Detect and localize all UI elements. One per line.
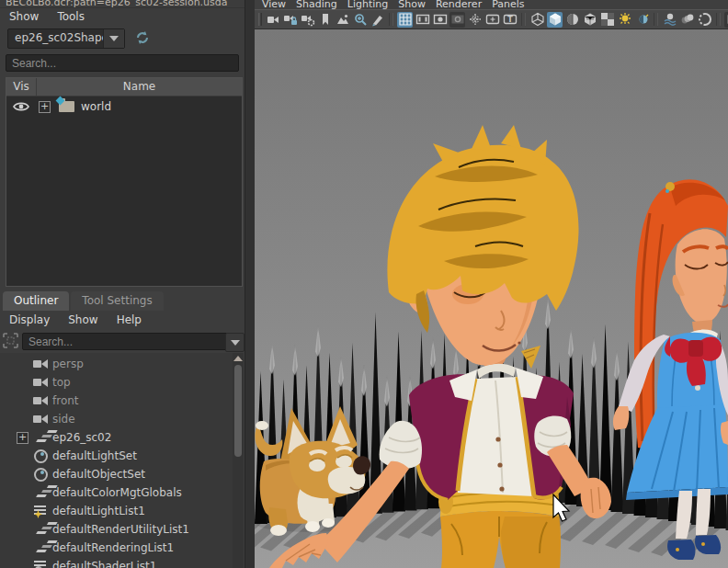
stage-selector-value: ep26_sc02Shape	[8, 29, 103, 48]
grip-handle[interactable]	[257, 12, 263, 28]
menu-view[interactable]: View	[262, 0, 296, 9]
motion-blur-icon[interactable]	[679, 12, 695, 28]
panel-overflow-icon[interactable]	[724, 12, 728, 28]
camera-icon	[33, 357, 48, 371]
pan-zoom-icon[interactable]	[352, 12, 368, 28]
outliner-item-defaultShaderList1[interactable]: defaultShaderList1	[0, 557, 233, 568]
use-default-material-icon[interactable]	[599, 12, 615, 28]
menu-shading[interactable]: Shading	[296, 0, 347, 9]
usd-search-input[interactable]	[6, 54, 239, 72]
stack-icon	[34, 540, 49, 555]
set-icon	[33, 467, 48, 482]
scroll-up-arrow-icon[interactable]	[233, 356, 243, 361]
tab-outliner[interactable]: Outliner	[3, 291, 69, 311]
svg-text:T: T	[507, 16, 513, 24]
set-icon	[33, 449, 48, 463]
camera-icon	[33, 393, 48, 408]
film-gate-icon[interactable]	[415, 12, 430, 28]
multisample-aa-icon[interactable]	[697, 12, 712, 28]
field-chart-icon[interactable]	[467, 12, 483, 28]
bookmark-icon[interactable]	[317, 12, 333, 28]
menu-panels[interactable]: Panels	[492, 0, 534, 9]
outliner-item-defaultLightSet[interactable]: defaultLightSet	[0, 447, 233, 465]
outliner-item-defaultRenderingList1[interactable]: defaultRenderingList1	[0, 539, 233, 557]
expand-toggle-icon[interactable]: +	[39, 101, 51, 113]
grid-icon[interactable]	[397, 12, 413, 28]
refresh-icon	[134, 29, 151, 46]
viewport-canvas[interactable]	[255, 29, 728, 568]
outliner-search-input[interactable]	[22, 333, 228, 350]
stage-selector-dropdown[interactable]: ep26_sc02Shape	[7, 28, 125, 49]
folder-icon	[59, 101, 74, 112]
usd-panel-title-bar: BECoLBo.dcr:path=ep26_sc02-session.usda	[0, 0, 248, 8]
wireframe-icon[interactable]	[529, 12, 545, 28]
outliner-item-label: defaultLightSet	[52, 449, 137, 462]
panel-tabs: Outliner Tool Settings	[3, 291, 164, 311]
tree-row-world[interactable]: + world	[6, 97, 242, 117]
menu-lighting[interactable]: Lighting	[347, 0, 398, 9]
stack-icon	[34, 485, 49, 500]
outliner-item-label: defaultColorMgtGlobals	[52, 486, 182, 499]
resolution-gate-icon[interactable]	[432, 12, 448, 28]
outliner-item-label: defaultRenderUtilityList1	[52, 523, 189, 536]
expand-toggle-icon[interactable]: +	[17, 432, 28, 444]
viewport-3d-scene	[255, 29, 728, 568]
menu-tools[interactable]: Tools	[48, 8, 94, 25]
shadows-icon[interactable]	[634, 12, 650, 28]
menu-show[interactable]: Show	[398, 0, 436, 9]
outliner-search-dropdown-arrow[interactable]	[225, 333, 245, 352]
outliner-item-ep26_sc02[interactable]: + ep26_sc02	[0, 428, 233, 447]
outliner-item-label: defaultLightList1	[52, 505, 145, 517]
outliner-item-side[interactable]: side	[0, 410, 233, 428]
wireframe-on-shaded-icon[interactable]	[564, 12, 580, 28]
outliner-item-label: defaultRenderingList1	[52, 541, 174, 554]
usd-stage-tree: Vis Name + world	[6, 77, 243, 287]
stack-icon	[34, 522, 49, 537]
outliner-item-persp[interactable]: persp	[0, 355, 233, 373]
viewport-panel: View Shading Lighting Show Renderer Pane…	[255, 0, 728, 568]
outliner-item-label: defaultShaderList1	[52, 560, 156, 568]
dropdown-arrow-icon[interactable]	[103, 29, 124, 48]
column-header-vis[interactable]: Vis	[6, 78, 37, 96]
menu-show[interactable]: Show	[59, 312, 107, 328]
outliner-item-label: side	[52, 413, 75, 426]
outliner-item-defaultRenderUtilityList1[interactable]: defaultRenderUtilityList1	[0, 520, 233, 539]
smooth-shade-all-icon[interactable]	[547, 12, 563, 28]
select-camera-icon[interactable]	[265, 12, 280, 28]
camera-attributes-icon[interactable]	[300, 12, 315, 28]
safe-title-icon[interactable]: T	[502, 12, 518, 28]
gate-mask-icon[interactable]	[449, 12, 465, 28]
tab-tool-settings[interactable]: Tool Settings	[71, 291, 163, 311]
image-plane-icon[interactable]	[335, 12, 350, 28]
menu-renderer[interactable]: Renderer	[436, 0, 492, 9]
safe-action-icon[interactable]	[484, 12, 500, 28]
menu-help[interactable]: Help	[108, 312, 151, 328]
selection-filter-icon[interactable]	[3, 333, 18, 348]
menu-show[interactable]: Show	[0, 8, 48, 25]
usd-prim-badge	[56, 97, 65, 106]
outliner-item-defaultColorMgtGlobals[interactable]: defaultColorMgtGlobals	[0, 483, 233, 502]
toolbar-separator	[521, 13, 526, 26]
outliner-item-front[interactable]: front	[0, 392, 233, 410]
menu-display[interactable]: Display	[0, 312, 59, 328]
screen-space-ao-icon[interactable]	[662, 12, 677, 28]
scrollbar-thumb[interactable]	[234, 365, 242, 457]
lights-icon[interactable]	[617, 12, 632, 28]
viewport-menubar: View Shading Lighting Show Renderer Pane…	[255, 0, 728, 9]
shader-list-icon	[33, 559, 48, 568]
outliner-item-defaultLightList1[interactable]: defaultLightList1	[0, 502, 233, 520]
column-header-name[interactable]: Name	[37, 78, 242, 96]
usd-menubar: Show Tools	[0, 8, 94, 25]
outliner-item-defaultObjectSet[interactable]: defaultObjectSet	[0, 465, 233, 483]
refresh-stage-button[interactable]	[134, 29, 151, 46]
textured-icon[interactable]	[582, 12, 597, 28]
visibility-eye-icon[interactable]	[13, 101, 29, 112]
lock-camera-icon[interactable]	[282, 12, 298, 28]
camera-icon	[33, 375, 48, 390]
outliner-scrollbar[interactable]	[233, 353, 244, 568]
outliner-item-label: ep26_sc02	[52, 431, 111, 444]
outliner-item-top[interactable]: top	[0, 373, 233, 392]
grease-pencil-icon[interactable]	[370, 12, 385, 28]
camera-icon	[33, 412, 48, 426]
light-list-icon	[33, 504, 48, 518]
